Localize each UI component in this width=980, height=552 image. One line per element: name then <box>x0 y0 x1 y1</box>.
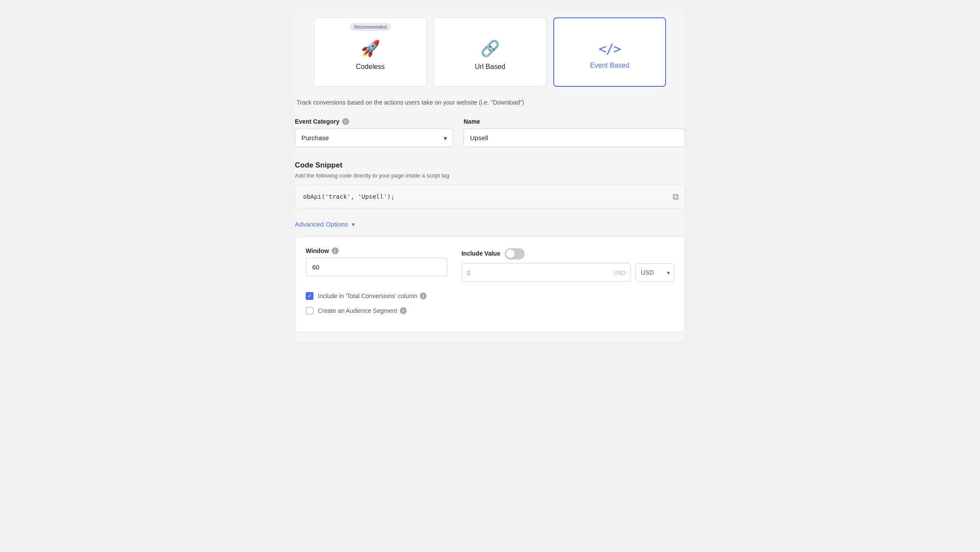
code-snippet-title: Code Snippet <box>295 161 685 170</box>
page-container: Recommended 🚀 Codeless 🔗 Url Based </> E… <box>295 9 685 341</box>
window-input[interactable] <box>306 258 448 276</box>
toggle-slider <box>505 248 525 260</box>
window-group: Window i <box>306 247 448 276</box>
include-value-row: $ USD USD EUR GBP JPY ▾ <box>461 263 674 282</box>
checkmark-icon: ✓ <box>307 293 312 299</box>
advanced-row-main: Window i Include Value $ <box>306 247 674 282</box>
form-section: Event Category i Purchase Download Signu… <box>295 118 685 147</box>
include-value-label: Include Value <box>461 250 500 257</box>
rocket-icon: 🚀 <box>361 39 380 58</box>
event-category-info-icon[interactable]: i <box>342 118 349 125</box>
currency-select-wrapper: USD EUR GBP JPY ▾ <box>635 263 674 282</box>
code-text: obApi('track', 'Upsell'); <box>303 193 395 200</box>
currency-select[interactable]: USD EUR GBP JPY <box>635 263 674 282</box>
window-info-icon[interactable]: i <box>332 247 339 254</box>
event-based-label: Event Based <box>590 62 630 69</box>
name-input[interactable] <box>464 128 685 147</box>
link-icon: 🔗 <box>480 39 500 58</box>
type-card-event-based[interactable]: </> Event Based <box>553 17 666 87</box>
include-value-toggle[interactable] <box>505 248 525 260</box>
code-snippet-desc: Add the following code directly to your … <box>295 172 685 179</box>
audience-segment-label: Create an Audience Segment i <box>318 307 407 314</box>
advanced-panel: Window i Include Value $ <box>295 237 685 332</box>
event-category-select-wrapper: Purchase Download Signup Other ▾ <box>295 128 453 147</box>
advanced-options-chevron-icon: ▾ <box>352 221 355 228</box>
code-snippet-section: Code Snippet Add the following code dire… <box>295 161 685 208</box>
window-label: Window i <box>306 247 448 254</box>
dollar-input[interactable] <box>461 263 631 282</box>
type-card-url-based[interactable]: 🔗 Url Based <box>434 17 546 87</box>
event-category-group: Event Category i Purchase Download Signu… <box>295 118 453 147</box>
usd-suffix: USD <box>614 269 626 276</box>
codeless-label: Codeless <box>356 63 385 71</box>
recommended-badge: Recommended <box>350 23 391 31</box>
dollar-input-wrapper: $ USD <box>461 263 631 282</box>
type-card-codeless[interactable]: Recommended 🚀 Codeless <box>314 17 427 87</box>
audience-segment-checkbox[interactable] <box>306 307 314 315</box>
total-conversions-info-icon[interactable]: i <box>420 292 427 299</box>
total-conversions-checkbox[interactable]: ✓ <box>306 292 314 300</box>
name-label: Name <box>464 118 685 125</box>
audience-segment-info-icon[interactable]: i <box>400 307 407 314</box>
code-box: obApi('track', 'Upsell'); ⧉ <box>295 185 685 208</box>
url-based-label: Url Based <box>475 63 505 71</box>
advanced-options-label: Advanced Options <box>295 220 348 228</box>
event-category-select[interactable]: Purchase Download Signup Other <box>295 128 453 147</box>
dollar-prefix-icon: $ <box>467 269 470 276</box>
audience-segment-row: Create an Audience Segment i <box>306 307 674 315</box>
event-category-label: Event Category i <box>295 118 453 125</box>
advanced-options-toggle[interactable]: Advanced Options ▾ <box>295 220 685 228</box>
total-conversions-row: ✓ Include in 'Total Conversions' column … <box>306 292 674 300</box>
name-field-group: Name <box>464 118 685 147</box>
code-icon: </> <box>598 41 621 56</box>
copy-icon[interactable]: ⧉ <box>673 191 679 202</box>
description-text: Track conversions based on the actions u… <box>295 99 685 106</box>
include-value-group: Include Value $ USD USD <box>461 247 674 282</box>
total-conversions-label: Include in 'Total Conversions' column i <box>318 292 427 299</box>
type-card-group: Recommended 🚀 Codeless 🔗 Url Based </> E… <box>295 17 685 87</box>
include-value-header: Include Value <box>461 247 674 260</box>
